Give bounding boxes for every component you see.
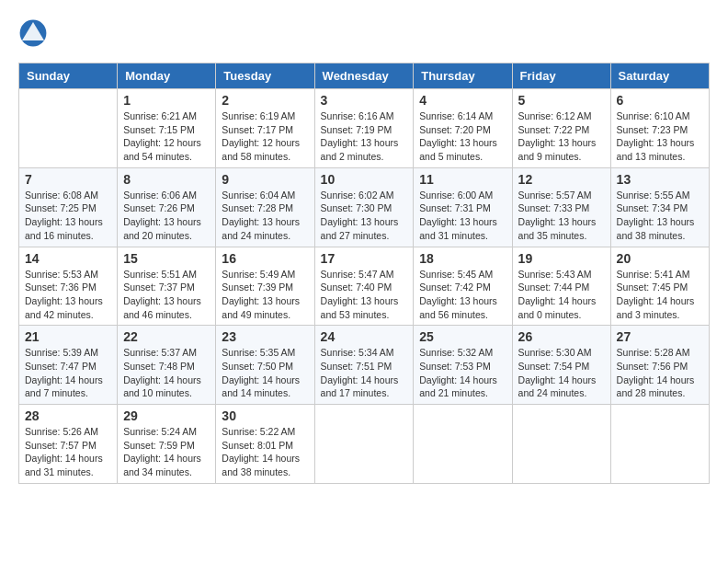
day-info: Sunrise: 5:24 AM Sunset: 7:59 PM Dayligh… xyxy=(123,425,210,479)
day-info: Sunrise: 5:26 AM Sunset: 7:57 PM Dayligh… xyxy=(25,425,111,479)
weekday-header-wednesday: Wednesday xyxy=(314,63,414,89)
day-number: 17 xyxy=(321,251,408,266)
day-info: Sunrise: 6:10 AM Sunset: 7:23 PM Dayligh… xyxy=(617,109,703,164)
day-number: 19 xyxy=(518,251,605,266)
calendar-cell: 23Sunrise: 5:35 AM Sunset: 7:50 PM Dayli… xyxy=(216,326,314,405)
day-info: Sunrise: 6:06 AM Sunset: 7:26 PM Dayligh… xyxy=(123,189,210,243)
weekday-header-friday: Friday xyxy=(512,63,610,89)
weekday-header-saturday: Saturday xyxy=(610,63,709,89)
day-number: 13 xyxy=(617,172,703,187)
calendar-cell: 25Sunrise: 5:32 AM Sunset: 7:53 PM Dayli… xyxy=(414,326,512,405)
day-number: 12 xyxy=(518,172,605,187)
page-header xyxy=(18,18,710,48)
calendar-cell: 1Sunrise: 6:21 AM Sunset: 7:15 PM Daylig… xyxy=(118,89,216,168)
logo xyxy=(18,18,51,48)
day-info: Sunrise: 5:22 AM Sunset: 8:01 PM Dayligh… xyxy=(222,425,308,479)
calendar-cell: 24Sunrise: 5:34 AM Sunset: 7:51 PM Dayli… xyxy=(314,326,414,405)
day-info: Sunrise: 5:37 AM Sunset: 7:48 PM Dayligh… xyxy=(123,346,210,400)
day-number: 4 xyxy=(419,93,506,108)
calendar-cell: 18Sunrise: 5:45 AM Sunset: 7:42 PM Dayli… xyxy=(414,247,512,326)
day-info: Sunrise: 5:51 AM Sunset: 7:37 PM Dayligh… xyxy=(123,268,210,322)
calendar-cell: 19Sunrise: 5:43 AM Sunset: 7:44 PM Dayli… xyxy=(512,247,610,326)
calendar-cell: 22Sunrise: 5:37 AM Sunset: 7:48 PM Dayli… xyxy=(118,326,216,405)
calendar-cell: 11Sunrise: 6:00 AM Sunset: 7:31 PM Dayli… xyxy=(414,167,512,247)
calendar-week-row: 14Sunrise: 5:53 AM Sunset: 7:36 PM Dayli… xyxy=(19,247,710,326)
day-info: Sunrise: 5:47 AM Sunset: 7:40 PM Dayligh… xyxy=(321,268,408,322)
calendar-cell: 7Sunrise: 6:08 AM Sunset: 7:25 PM Daylig… xyxy=(19,167,118,247)
day-number: 25 xyxy=(419,329,506,344)
day-info: Sunrise: 5:45 AM Sunset: 7:42 PM Dayligh… xyxy=(419,268,506,322)
day-number: 24 xyxy=(321,329,408,344)
day-number: 29 xyxy=(123,408,210,423)
day-info: Sunrise: 5:30 AM Sunset: 7:54 PM Dayligh… xyxy=(518,346,605,400)
calendar-cell: 20Sunrise: 5:41 AM Sunset: 7:45 PM Dayli… xyxy=(610,247,709,326)
calendar-week-row: 1Sunrise: 6:21 AM Sunset: 7:15 PM Daylig… xyxy=(19,89,710,168)
calendar-cell: 21Sunrise: 5:39 AM Sunset: 7:47 PM Dayli… xyxy=(19,326,118,405)
calendar-week-row: 7Sunrise: 6:08 AM Sunset: 7:25 PM Daylig… xyxy=(19,167,710,247)
day-info: Sunrise: 6:12 AM Sunset: 7:22 PM Dayligh… xyxy=(518,109,605,164)
day-info: Sunrise: 5:35 AM Sunset: 7:50 PM Dayligh… xyxy=(222,346,308,400)
day-info: Sunrise: 5:34 AM Sunset: 7:51 PM Dayligh… xyxy=(321,346,408,400)
day-number: 27 xyxy=(617,329,703,344)
day-number: 2 xyxy=(222,93,308,108)
calendar-cell: 14Sunrise: 5:53 AM Sunset: 7:36 PM Dayli… xyxy=(19,247,118,326)
day-number: 8 xyxy=(123,172,210,187)
calendar-week-row: 28Sunrise: 5:26 AM Sunset: 7:57 PM Dayli… xyxy=(19,405,710,484)
day-info: Sunrise: 6:00 AM Sunset: 7:31 PM Dayligh… xyxy=(419,189,506,243)
day-info: Sunrise: 5:28 AM Sunset: 7:56 PM Dayligh… xyxy=(617,346,703,400)
calendar-cell xyxy=(19,89,118,168)
calendar-cell: 16Sunrise: 5:49 AM Sunset: 7:39 PM Dayli… xyxy=(216,247,314,326)
day-info: Sunrise: 5:43 AM Sunset: 7:44 PM Dayligh… xyxy=(518,268,605,322)
calendar-cell: 13Sunrise: 5:55 AM Sunset: 7:34 PM Dayli… xyxy=(610,167,709,247)
day-number: 16 xyxy=(222,251,308,266)
day-number: 1 xyxy=(123,93,210,108)
day-info: Sunrise: 6:21 AM Sunset: 7:15 PM Dayligh… xyxy=(123,109,210,164)
calendar-week-row: 21Sunrise: 5:39 AM Sunset: 7:47 PM Dayli… xyxy=(19,326,710,405)
day-number: 18 xyxy=(419,251,506,266)
day-info: Sunrise: 6:02 AM Sunset: 7:30 PM Dayligh… xyxy=(321,189,408,243)
calendar-cell: 10Sunrise: 6:02 AM Sunset: 7:30 PM Dayli… xyxy=(314,167,414,247)
day-info: Sunrise: 6:04 AM Sunset: 7:28 PM Dayligh… xyxy=(222,189,308,243)
day-number: 26 xyxy=(518,329,605,344)
day-number: 23 xyxy=(222,329,308,344)
day-info: Sunrise: 5:49 AM Sunset: 7:39 PM Dayligh… xyxy=(222,268,308,322)
calendar-cell: 8Sunrise: 6:06 AM Sunset: 7:26 PM Daylig… xyxy=(118,167,216,247)
weekday-header-thursday: Thursday xyxy=(414,63,512,89)
calendar-cell: 12Sunrise: 5:57 AM Sunset: 7:33 PM Dayli… xyxy=(512,167,610,247)
day-number: 22 xyxy=(123,329,210,344)
weekday-header-monday: Monday xyxy=(118,63,216,89)
weekday-header-sunday: Sunday xyxy=(19,63,118,89)
calendar-cell: 9Sunrise: 6:04 AM Sunset: 7:28 PM Daylig… xyxy=(216,167,314,247)
day-info: Sunrise: 5:41 AM Sunset: 7:45 PM Dayligh… xyxy=(617,268,703,322)
day-number: 10 xyxy=(321,172,408,187)
day-number: 30 xyxy=(222,408,308,423)
day-info: Sunrise: 6:16 AM Sunset: 7:19 PM Dayligh… xyxy=(321,109,408,164)
day-number: 6 xyxy=(617,93,703,108)
day-number: 21 xyxy=(25,329,111,344)
day-number: 9 xyxy=(222,172,308,187)
calendar-cell: 4Sunrise: 6:14 AM Sunset: 7:20 PM Daylig… xyxy=(414,89,512,168)
logo-icon xyxy=(18,18,48,48)
calendar-cell: 26Sunrise: 5:30 AM Sunset: 7:54 PM Dayli… xyxy=(512,326,610,405)
day-number: 15 xyxy=(123,251,210,266)
calendar-header-row: SundayMondayTuesdayWednesdayThursdayFrid… xyxy=(19,63,710,89)
calendar-cell xyxy=(314,405,414,484)
day-number: 28 xyxy=(25,408,111,423)
day-number: 14 xyxy=(25,251,111,266)
calendar-cell: 6Sunrise: 6:10 AM Sunset: 7:23 PM Daylig… xyxy=(610,89,709,168)
calendar-cell xyxy=(610,405,709,484)
calendar-cell: 3Sunrise: 6:16 AM Sunset: 7:19 PM Daylig… xyxy=(314,89,414,168)
day-info: Sunrise: 5:55 AM Sunset: 7:34 PM Dayligh… xyxy=(617,189,703,243)
calendar-cell: 5Sunrise: 6:12 AM Sunset: 7:22 PM Daylig… xyxy=(512,89,610,168)
calendar-cell: 30Sunrise: 5:22 AM Sunset: 8:01 PM Dayli… xyxy=(216,405,314,484)
day-number: 20 xyxy=(617,251,703,266)
day-info: Sunrise: 5:53 AM Sunset: 7:36 PM Dayligh… xyxy=(25,268,111,322)
calendar-cell: 29Sunrise: 5:24 AM Sunset: 7:59 PM Dayli… xyxy=(118,405,216,484)
day-info: Sunrise: 6:08 AM Sunset: 7:25 PM Dayligh… xyxy=(25,189,111,243)
day-number: 5 xyxy=(518,93,605,108)
calendar-cell: 17Sunrise: 5:47 AM Sunset: 7:40 PM Dayli… xyxy=(314,247,414,326)
day-info: Sunrise: 6:19 AM Sunset: 7:17 PM Dayligh… xyxy=(222,109,308,164)
day-number: 3 xyxy=(321,93,408,108)
calendar-cell: 27Sunrise: 5:28 AM Sunset: 7:56 PM Dayli… xyxy=(610,326,709,405)
calendar-cell xyxy=(414,405,512,484)
